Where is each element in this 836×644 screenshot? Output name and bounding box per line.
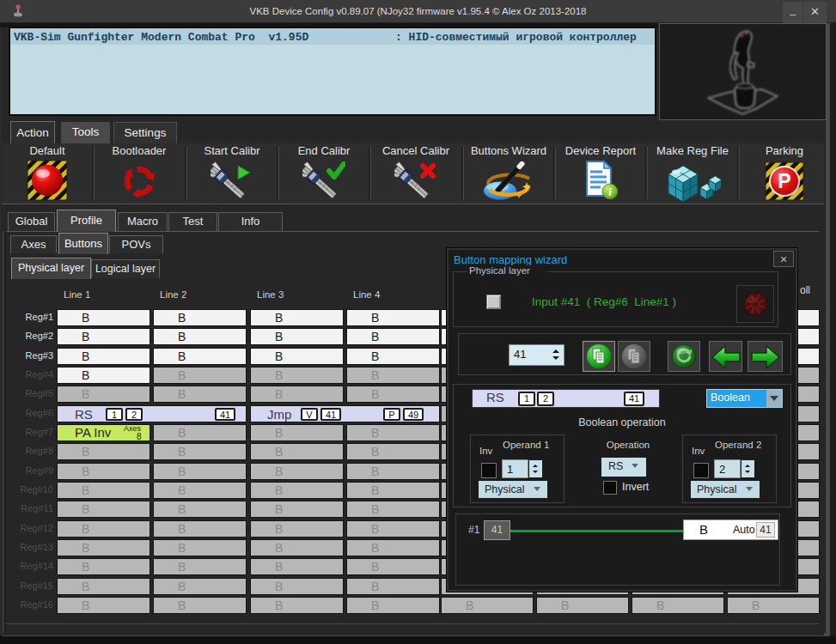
svg-text:i: i (608, 185, 612, 198)
svg-text:P: P (778, 170, 790, 192)
